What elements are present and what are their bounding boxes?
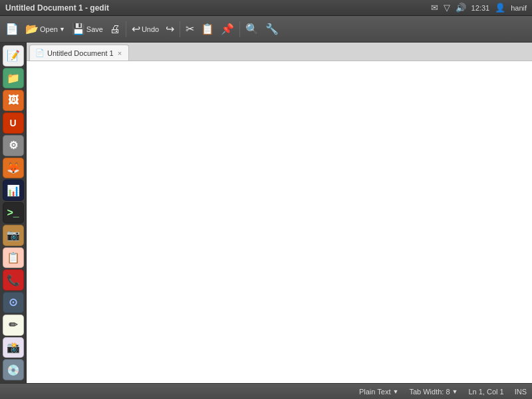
position-label: Ln 1, Col 1 bbox=[468, 388, 503, 396]
open-icon: 📂 bbox=[25, 23, 39, 35]
find-icon: 🔍 bbox=[245, 23, 259, 35]
titlebar-title: Untitled Document 1 - gedit bbox=[5, 3, 109, 13]
text-editor[interactable] bbox=[27, 61, 532, 383]
cut-icon: ✂ bbox=[186, 23, 194, 35]
cheese-icon[interactable]: 📷 bbox=[3, 225, 24, 246]
network-icon: ▽ bbox=[444, 3, 450, 13]
separator-3 bbox=[239, 21, 240, 37]
print-icon: 🖨 bbox=[110, 23, 120, 35]
replace-button[interactable]: 🔧 bbox=[263, 19, 281, 39]
sticky-icon[interactable]: 📋 bbox=[3, 247, 24, 269]
editor-area[interactable] bbox=[27, 61, 532, 383]
red-app-icon[interactable]: 📞 bbox=[3, 269, 24, 291]
settings-icon[interactable]: ⚙ bbox=[3, 135, 24, 156]
undo-button[interactable]: ↩ Undo bbox=[129, 19, 162, 39]
tab-width-selector[interactable]: Tab Width: 8 ▼ bbox=[409, 388, 458, 396]
cut-button[interactable]: ✂ bbox=[183, 19, 197, 39]
redo-button[interactable]: ↪ bbox=[163, 19, 177, 39]
separator-2 bbox=[180, 21, 180, 37]
mode-label: INS bbox=[515, 388, 527, 396]
document-tab[interactable]: 📄 Untitled Document 1 × bbox=[29, 45, 129, 61]
find-button[interactable]: 🔍 bbox=[243, 19, 261, 39]
tab-close-button[interactable]: × bbox=[116, 49, 123, 57]
save-label: Save bbox=[86, 25, 103, 33]
main-area: 📝📁🖼U⚙🦊📊>_📷📋📞⊙✏📸💿 📄 Untitled Document 1 × bbox=[0, 43, 532, 383]
language-selector[interactable]: Plain Text ▼ bbox=[359, 388, 398, 396]
terminal-icon[interactable]: >_ bbox=[3, 202, 24, 223]
time-display: 12:31 bbox=[471, 4, 490, 12]
toolbar: 📄 📂 Open ▼ 💾 Save 🖨 ↩ Undo ↪ ✂ 📋 📌 🔍 🔧 bbox=[0, 16, 532, 43]
disk-icon[interactable]: 💿 bbox=[3, 359, 24, 380]
new-icon: 📄 bbox=[5, 23, 19, 35]
firefox-icon[interactable]: 🦊 bbox=[3, 158, 24, 179]
files-icon[interactable]: 📁 bbox=[3, 68, 24, 89]
cursor-position: Ln 1, Col 1 bbox=[468, 388, 503, 396]
open-button[interactable]: 📂 Open ▼ bbox=[23, 19, 68, 39]
paste-icon: 📌 bbox=[221, 23, 234, 35]
save-icon: 💾 bbox=[72, 23, 85, 35]
user-icon: 👤 bbox=[495, 3, 505, 13]
open-label: Open bbox=[40, 25, 58, 33]
volume-icon: 🔊 bbox=[456, 3, 466, 13]
titlebar-right: ✉ ▽ 🔊 12:31 👤 hanif bbox=[431, 3, 527, 13]
gedit-icon[interactable]: 📝 bbox=[3, 45, 24, 66]
monitor-icon[interactable]: 📊 bbox=[3, 180, 24, 201]
copy-icon: 📋 bbox=[201, 23, 214, 35]
editor-content: 📄 Untitled Document 1 × bbox=[27, 43, 532, 383]
draw-icon[interactable]: ✏ bbox=[3, 315, 24, 336]
language-label: Plain Text bbox=[359, 388, 391, 396]
photos-icon[interactable]: 🖼 bbox=[3, 90, 24, 111]
copy-button[interactable]: 📋 bbox=[198, 19, 217, 39]
print-button[interactable]: 🖨 bbox=[107, 19, 123, 39]
unity-icon[interactable]: U bbox=[3, 112, 24, 134]
save-button[interactable]: 💾 Save bbox=[69, 19, 106, 39]
tab-width-dropdown-icon: ▼ bbox=[452, 388, 458, 395]
replace-icon: 🔧 bbox=[265, 23, 279, 35]
email-icon: ✉ bbox=[431, 3, 438, 13]
insert-mode: INS bbox=[515, 388, 527, 396]
redo-icon: ↪ bbox=[166, 23, 174, 35]
statusbar: Plain Text ▼ Tab Width: 8 ▼ Ln 1, Col 1 … bbox=[0, 383, 532, 399]
app-sidebar: 📝📁🖼U⚙🦊📊>_📷📋📞⊙✏📸💿 bbox=[0, 43, 27, 383]
undo-label: Undo bbox=[142, 25, 159, 33]
paste-button[interactable]: 📌 bbox=[218, 19, 237, 39]
open-dropdown-icon: ▼ bbox=[59, 26, 65, 33]
tabbar: 📄 Untitled Document 1 × bbox=[27, 43, 532, 61]
titlebar: Untitled Document 1 - gedit ✉ ▽ 🔊 12:31 … bbox=[0, 0, 532, 16]
new-button[interactable]: 📄 bbox=[3, 19, 21, 39]
separator-1 bbox=[126, 21, 126, 37]
language-dropdown-icon: ▼ bbox=[392, 388, 398, 395]
tab-label: Untitled Document 1 bbox=[47, 49, 114, 57]
scanner-icon[interactable]: ⊙ bbox=[3, 292, 24, 313]
undo-icon: ↩ bbox=[132, 23, 140, 35]
screenshot-icon[interactable]: 📸 bbox=[3, 337, 24, 358]
tab-width-label: Tab Width: 8 bbox=[409, 388, 450, 396]
tab-icon: 📄 bbox=[35, 49, 45, 57]
username-display: hanif bbox=[511, 4, 527, 12]
